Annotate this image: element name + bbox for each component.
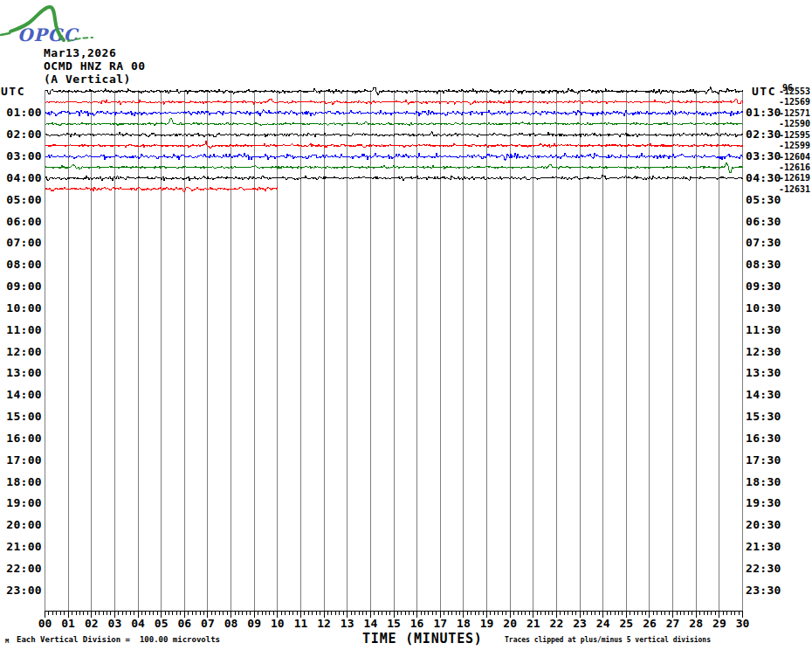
minute-gridlines [45,90,743,611]
left-time-label: 16:00 [0,432,42,445]
opgc-logo: OPGC [0,2,109,49]
left-time-label: 01:00 [0,107,42,119]
right-time-label: 20:30 [746,519,781,531]
trace-right-value: -12590 [774,119,810,128]
right-time-label: 05:30 [746,194,781,206]
left-time-label: 15:00 [0,411,42,423]
minute-tick-label: 30 [729,617,757,630]
right-time-label: 08:30 [746,259,781,271]
trace-right-value: -12616 [774,162,810,172]
left-time-label: 10:00 [0,302,42,315]
left-time-label: 09:00 [0,280,42,293]
right-time-label: 07:30 [746,237,781,249]
trace-right-value: -12595 [774,130,810,140]
left-time-label: 04:00 [0,172,42,184]
right-time-label: 10:30 [746,302,781,315]
footnote-scale: Each Vertical Division = 100.00 microvol… [17,635,220,644]
left-time-label: 08:00 [0,259,42,271]
right-time-label: 21:30 [746,541,781,553]
logo-curve-lead-dash [1,33,10,35]
right-time-label: 06:30 [746,216,781,228]
header-station-code: OCMD HNZ RA 00 [44,59,146,73]
helicorder-screen: OPGC Mar13,2026 OCMD HNZ RA 00 (A Vertic… [0,0,812,650]
left-time-label: 17:00 [0,454,42,467]
right-time-label: 15:30 [746,411,781,423]
right-time-label: 17:30 [746,454,781,467]
helicorder-plot [0,0,812,650]
right-time-label: 19:30 [746,497,781,509]
right-time-label: 14:30 [746,389,781,401]
trace-right-value: -12569 [774,97,810,107]
left-time-label: 18:00 [0,476,42,488]
footnote-clipping: Traces clipped at plus/minus 5 vertical … [505,636,711,644]
left-time-label: 21:00 [0,541,42,553]
left-time-label: 14:00 [0,389,42,401]
right-time-label: 22:30 [746,563,781,575]
right-time-label: 16:30 [746,432,781,445]
right-time-label: 12:30 [746,346,781,358]
left-time-label: 06:00 [0,216,42,228]
trace-right-value: -12599 [774,141,810,150]
left-time-label: 22:00 [0,563,42,575]
trace-right-value: -12619 [774,173,810,183]
right-time-label: 23:30 [746,584,781,597]
left-time-label: 20:00 [0,519,42,531]
left-time-label: 19:00 [0,497,42,509]
left-time-label: 13:00 [0,367,42,379]
header-date: Mar13,2026 [44,46,116,59]
footnote-prefix: M [5,638,9,645]
right-time-label: 09:30 [746,280,781,293]
trace-right-value: -12571 [774,108,810,118]
left-time-label: 11:00 [0,324,42,336]
opgc-logo-text: OPGC [17,24,79,45]
left-time-label: 12:00 [0,346,42,358]
left-time-label: 05:00 [0,194,42,206]
right-time-label: 13:30 [746,367,781,379]
x-axis-title: TIME (MINUTES) [362,631,483,647]
left-time-label: 07:00 [0,237,42,249]
trace-right-value: -12631 [774,184,810,194]
left-time-label: 23:00 [0,584,42,597]
left-time-label: 03:00 [0,150,42,162]
trace-right-value: -12604 [774,152,810,162]
trace-right-value-overlay: 96 [782,84,793,93]
right-time-label: 18:30 [746,476,781,488]
utc-label-right: UTC [752,85,776,98]
utc-label-left: UTC [1,85,25,98]
header-component: (A Vertical) [44,73,131,86]
left-time-label: 02:00 [0,128,42,141]
right-time-label: 11:30 [746,324,781,336]
